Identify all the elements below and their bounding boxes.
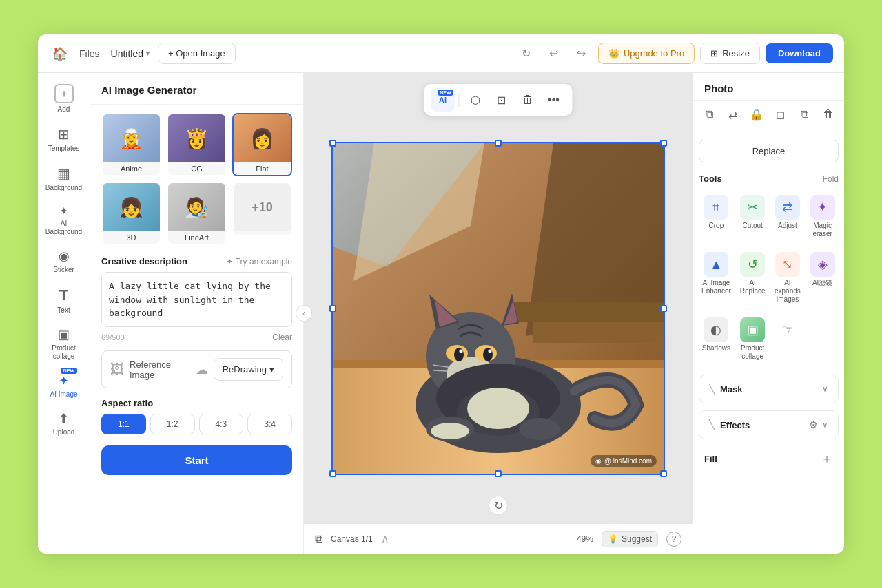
style-3d[interactable]: 👧 3D [101,182,161,245]
undo-button[interactable]: ↩ [543,43,565,65]
more-label [234,231,291,235]
ai-expand-label: AI expands Images [775,279,801,304]
upload-cloud-icon[interactable]: ☁ [196,362,208,377]
style-grid: 🧝 Anime 👸 CG 👩 [101,113,292,245]
tool-cursor[interactable]: ☞ [772,312,804,366]
chevron-up-icon[interactable]: ∧ [381,532,389,545]
tools-grid: ⌗ Crop ✂ Cutout ⇄ Adjust ✦ [699,189,839,366]
flip-action-button[interactable]: ⇄ [723,103,744,125]
redo-button[interactable]: ↪ [571,43,593,65]
download-button[interactable]: Download [766,43,833,63]
resize-handle-top-left[interactable] [329,140,336,147]
suggest-button[interactable]: 💡 Suggest [602,531,658,547]
tool-shadows[interactable]: ◐ Shadows [699,312,734,366]
aspect-ratio-section: Aspect ratio 1:1 1:2 4:3 3:4 [101,398,292,434]
style-anime[interactable]: 🧝 Anime [101,113,161,176]
redrawing-button[interactable]: ReDrawing ▾ [214,358,283,381]
resize-button[interactable]: ⊞ Resize [700,43,760,64]
resize-handle-bot-right[interactable] [660,470,667,477]
flat-thumb: 👩 [234,114,291,162]
svg-point-17 [454,348,464,361]
upgrade-button[interactable]: 👑 Upgrade to Pro [598,43,695,64]
collapse-panel-button[interactable]: ‹ [296,305,312,322]
tools-header: Tools Fold [699,174,839,184]
resize-handle-mid-right[interactable] [660,305,667,312]
layers-action-button[interactable]: ⧉ [699,103,720,125]
sidebar-item-product-collage[interactable]: ▣ Product collage [41,322,88,366]
tool-ai-filter[interactable]: ◈ AI滤镜 [806,246,839,309]
resize-handle-bot-left[interactable] [329,470,336,477]
document-title[interactable]: Untitled ▾ [108,48,152,59]
style-more[interactable]: +10 [232,182,292,245]
sync-icon[interactable]: ↻ [515,43,537,65]
ai-tool-button[interactable]: AI NEW [431,88,455,112]
aspect-3-4[interactable]: 3:4 [247,414,292,434]
toolbar-divider [459,93,460,107]
ai-image-label: AI Image [50,390,77,399]
tools-title: Tools [699,174,722,184]
tool-ai-image-enhancer[interactable]: ▲ AI Image Enhancer [699,246,734,309]
shadow-action-button[interactable]: ◻ [770,103,792,125]
tool-magic-eraser[interactable]: ✦ Magic eraser [806,189,839,244]
tool-ai-replace[interactable]: ↺ AI Replace [737,246,769,309]
replace-button[interactable]: Replace [699,140,839,162]
sidebar-item-sticker[interactable]: ◉ Sticker [41,243,88,280]
aspect-4-3[interactable]: 4:3 [199,414,244,434]
lineart-thumb: 🧑‍🎨 [168,183,225,231]
rotate-icon[interactable]: ↻ [489,496,508,515]
tool-adjust[interactable]: ⇄ Adjust [772,189,804,244]
sidebar-item-templates[interactable]: ⊞ Templates [41,120,88,158]
mask-tool-button[interactable]: ⬡ [464,88,487,112]
open-image-button[interactable]: + Open Image [158,43,236,64]
files-button[interactable]: Files [76,48,103,59]
help-button[interactable]: ? [666,532,681,547]
chevron-down-icon: ▾ [269,364,274,375]
delete-action-button[interactable]: 🗑 [818,103,839,125]
lock-action-button[interactable]: 🔒 [746,103,768,125]
tool-ai-expands-images[interactable]: ⤡ AI expands Images [772,246,804,309]
tool-cutout[interactable]: ✂ Cutout [737,189,769,244]
fill-add-button[interactable]: ＋ [821,450,833,467]
sidebar-item-ai-image[interactable]: ✦ NEW AI Image [41,368,88,404]
start-button[interactable]: Start [101,445,292,475]
try-example-button[interactable]: ✦ Try an example [226,257,292,266]
style-cg[interactable]: 👸 CG [167,113,227,176]
sidebar-item-background[interactable]: ▦ Background [41,160,88,198]
magic-eraser-label: Magic eraser [809,222,836,238]
crop-tool-button[interactable]: ⊡ [490,88,513,112]
sidebar-item-add[interactable]: ＋ Add [41,78,88,119]
3d-label: 3D [103,231,160,244]
aspect-1-2[interactable]: 1:2 [150,414,195,434]
resize-handle-top-mid[interactable] [495,140,502,147]
mask-accordion-header[interactable]: ╲ Mask ∨ [699,375,838,403]
home-button[interactable]: 🏠 [49,43,71,65]
clear-button[interactable]: Clear [272,333,292,342]
resize-handle-top-right[interactable] [660,140,667,147]
resize-handle-bot-mid[interactable] [495,470,502,477]
style-lineart[interactable]: 🧑‍🎨 LineArt [167,182,227,245]
cursor-icon: ☞ [775,317,800,342]
layers-icon[interactable]: ⧉ [315,533,322,545]
upload-icon: ⬆ [59,411,69,426]
effects-accordion-header[interactable]: ╲ Effects ⚙ ∨ [699,411,838,439]
text-icon: T [59,286,68,304]
fold-button[interactable]: Fold [823,174,839,184]
tool-crop[interactable]: ⌗ Crop [699,189,734,244]
description-textarea[interactable]: A lazy little cat lying by the window wi… [101,272,292,327]
delete-tool-button[interactable]: 🗑 [516,88,540,112]
redrawing-label: ReDrawing [223,364,267,375]
style-flat[interactable]: 👩 Flat [232,113,292,176]
rotate-button-area[interactable]: ↻ [489,496,508,515]
tool-product-collage[interactable]: ▣ Product collage [737,312,769,366]
more-tool-button[interactable]: ••• [542,88,566,112]
copy-action-button[interactable]: ⧉ [794,103,815,125]
sidebar-item-ai-background[interactable]: ✦ AI Background [41,199,88,242]
aspect-1-1[interactable]: 1:1 [101,414,146,434]
sidebar-item-text[interactable]: T Text [41,281,88,320]
add-icon: ＋ [54,84,74,103]
settings-icon[interactable]: ⚙ [809,419,818,430]
svg-point-31 [431,423,469,439]
resize-handle-mid-left[interactable] [329,305,336,312]
image-container[interactable]: ◉ @ insMind.com [331,142,665,475]
sidebar-item-upload[interactable]: ⬆ Upload [41,406,88,442]
